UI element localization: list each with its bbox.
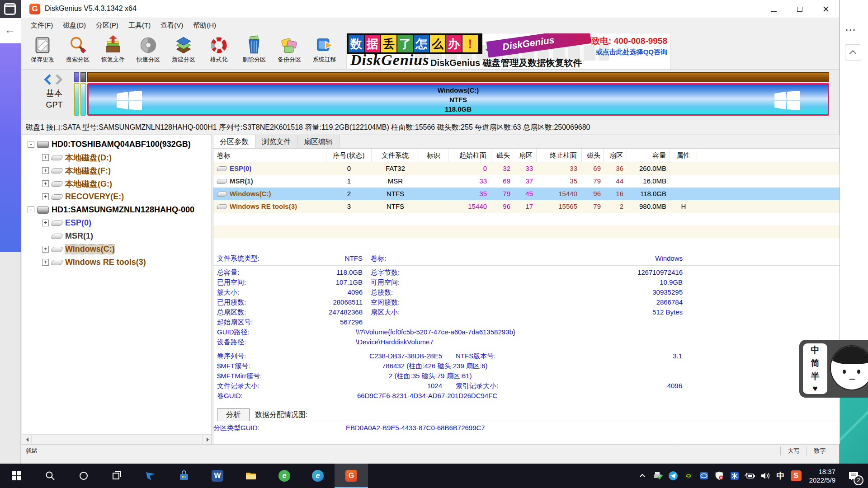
quick-partition-button[interactable]: 快速分区 — [131, 34, 166, 68]
pinned-app-blue-button[interactable] — [134, 464, 167, 488]
tree-item-local-d[interactable]: + 本地磁盘(D:) — [22, 151, 212, 164]
task-view-button[interactable] — [100, 464, 134, 488]
col-header[interactable]: 标识 — [419, 149, 448, 162]
ime-halfwidth-indicator[interactable]: 半 — [811, 371, 820, 382]
col-header[interactable]: 终止柱面 — [537, 149, 582, 162]
scroll-left-button[interactable] — [22, 435, 32, 444]
edge-button[interactable]: e — [301, 464, 335, 488]
horizontal-scrollbar[interactable] — [22, 434, 212, 444]
ime-mascot-avatar[interactable] — [830, 345, 868, 390]
menu-help[interactable]: 帮助(H) — [188, 19, 221, 32]
more-options-icon[interactable]: ⋯ — [845, 23, 857, 36]
tree-item-local-f[interactable]: + 本地磁盘(F:) — [22, 164, 212, 177]
col-header[interactable]: 序号(状态) — [326, 149, 372, 162]
format-button[interactable]: 格式化 — [201, 34, 236, 68]
tray-security-shield-icon[interactable] — [712, 467, 726, 485]
ime-status-card[interactable]: 中 简 半 ♥ — [803, 343, 827, 394]
search-partition-button[interactable]: 搜索分区 — [60, 34, 95, 68]
tray-telegram-icon[interactable] — [666, 467, 680, 485]
partition-block-msr[interactable] — [80, 83, 86, 116]
new-partition-button[interactable]: 新建分区 — [166, 34, 201, 68]
menu-disk[interactable]: 磁盘(D) — [58, 19, 91, 32]
table-row-windows-c-selected[interactable]: Windows(C:) 2 NTFS 35 79 45 15440 96 16 … — [213, 188, 840, 200]
tray-printer-icon[interactable] — [651, 467, 665, 485]
ime-heart-icon[interactable]: ♥ — [812, 384, 817, 394]
titlebar[interactable]: G DiskGenius V5.4.3.1342 x64 — [21, 0, 839, 18]
expand-icon[interactable]: + — [42, 259, 49, 266]
tree-item-windows-re[interactable]: + Windows RE tools(3) — [22, 256, 212, 269]
expand-icon[interactable]: + — [42, 220, 49, 226]
menu-view[interactable]: 查看(V) — [156, 19, 188, 32]
tray-ime-indicator[interactable]: 中 — [774, 467, 788, 485]
ime-floating-widget[interactable]: 中 简 半 ♥ — [799, 340, 868, 398]
tab-sector-edit[interactable]: 扇区编辑 — [297, 135, 340, 148]
tree-item-hd1[interactable]: - HD1:SAMSUNGMZNLN128HAHQ-000 — [22, 203, 212, 216]
expand-icon[interactable]: + — [42, 193, 49, 200]
col-header[interactable]: 磁头 — [491, 149, 513, 162]
taskbar-search-button[interactable] — [33, 464, 67, 488]
expand-icon[interactable]: + — [42, 154, 49, 161]
col-header[interactable]: 扇区 — [513, 149, 537, 162]
browser-360-button[interactable]: e — [268, 464, 301, 488]
taskbar-clock[interactable]: 18:37 2022/5/9 — [805, 467, 840, 484]
word-button[interactable]: W — [201, 464, 234, 488]
save-changes-button[interactable]: 保存更改 — [25, 34, 60, 68]
tree-item-windows-c[interactable]: + Windows(C:) — [22, 243, 212, 256]
maximize-button[interactable] — [787, 0, 813, 18]
tree-item-msr[interactable]: MSR(1) — [22, 230, 212, 243]
col-header[interactable]: 磁头 — [582, 149, 604, 162]
scroll-right-button[interactable] — [202, 435, 212, 444]
store-button[interactable] — [167, 464, 201, 488]
scroll-up-button[interactable] — [845, 44, 861, 61]
close-button[interactable] — [813, 0, 839, 18]
banner-qq-link[interactable]: 或点击此处选择QQ咨询 — [591, 48, 667, 56]
tray-volume-icon[interactable] — [759, 467, 772, 485]
recover-files-button[interactable]: 恢复文件 — [95, 34, 131, 68]
backup-partition-button[interactable]: 备份分区 — [272, 34, 307, 68]
delete-partition-button[interactable]: 删除分区 — [236, 34, 272, 68]
tab-partition-params[interactable]: 分区参数 — [213, 135, 255, 148]
back-arrow-icon[interactable]: ← — [5, 23, 15, 36]
tray-sogou-icon[interactable]: S — [789, 467, 803, 485]
partition-block-windows-c[interactable]: Windows(C:) NTFS 118.0GB — [87, 83, 829, 116]
table-row-windows-re[interactable]: Windows RE tools(3) 3 NTFS 15440 96 17 1… — [213, 200, 840, 213]
menu-partition[interactable]: 分区(P) — [91, 19, 123, 32]
diskgenius-taskbar-button[interactable]: G — [335, 464, 368, 488]
cortana-button[interactable] — [67, 464, 100, 488]
banner-ad[interactable]: 数 据 丢 了 怎 么 办 ！ DiskGenius DiskGenius 致电… — [346, 33, 670, 69]
col-header[interactable]: 扇区 — [604, 149, 627, 162]
tray-battery-icon[interactable] — [743, 467, 757, 485]
start-button[interactable] — [0, 464, 33, 488]
col-header[interactable]: 起始柱面 — [448, 149, 491, 162]
ime-simplified-indicator[interactable]: 简 — [811, 357, 820, 369]
tray-intel-icon[interactable] — [697, 467, 711, 485]
expand-icon[interactable]: + — [42, 180, 49, 187]
tray-chevron-up-icon[interactable] — [636, 467, 649, 485]
system-migration-button[interactable]: 系统迁移 — [307, 34, 342, 68]
tree-item-recovery-e[interactable]: + RECOVERY(E:) — [22, 190, 212, 203]
tray-nvidia-icon[interactable] — [682, 467, 695, 485]
partition-block-esp[interactable] — [74, 83, 79, 116]
expand-icon[interactable]: + — [42, 246, 49, 253]
collapse-icon[interactable]: - — [28, 206, 34, 213]
col-header[interactable]: 属性 — [670, 149, 697, 162]
minimize-button[interactable] — [760, 0, 787, 18]
table-row-esp[interactable]: ESP(0) 0 FAT32 0 32 33 33 69 36 260.0MB — [213, 162, 840, 175]
expand-icon[interactable]: + — [42, 167, 49, 174]
action-center-button[interactable]: 2 — [842, 464, 865, 488]
ime-lang-indicator[interactable]: 中 — [811, 344, 820, 356]
tree-item-hd0[interactable]: - HD0:TOSHIBAMQ04ABF100(932GB) — [22, 138, 212, 151]
col-header[interactable]: 容量 — [627, 149, 670, 162]
collapse-icon[interactable]: - — [28, 141, 34, 148]
menu-tools[interactable]: 工具(T) — [123, 19, 156, 32]
file-explorer-button[interactable] — [234, 464, 268, 488]
table-row-msr[interactable]: MSR(1) 1 MSR 33 69 37 35 79 44 16.0MB — [213, 175, 840, 188]
tab-browse-files[interactable]: 浏览文件 — [255, 135, 297, 148]
disk-nav-arrows[interactable] — [40, 73, 68, 86]
tree-item-local-g[interactable]: + 本地磁盘(G:) — [22, 177, 212, 190]
tray-snowflake-icon[interactable] — [728, 467, 741, 485]
col-header[interactable]: 文件系统 — [372, 149, 419, 162]
menu-file[interactable]: 文件(F) — [26, 19, 58, 32]
col-header[interactable]: 卷标 — [213, 149, 326, 162]
tree-item-esp[interactable]: + ESP(0) — [22, 216, 212, 230]
